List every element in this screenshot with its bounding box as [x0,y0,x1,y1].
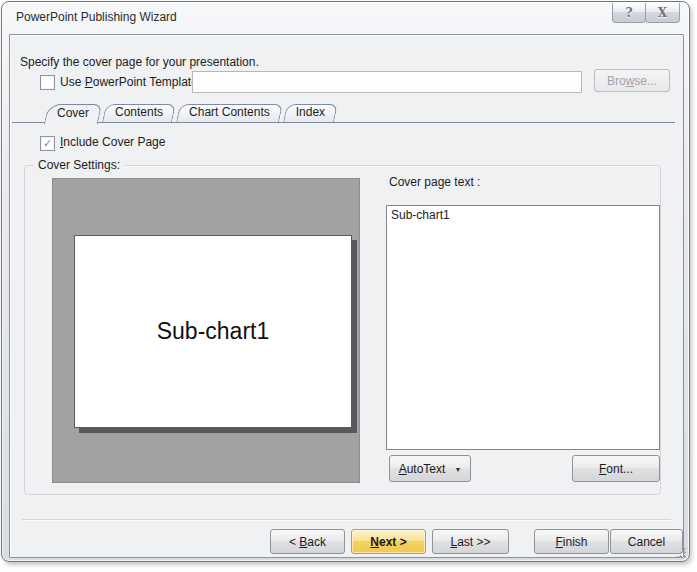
tab-cover[interactable]: Cover [46,104,100,124]
cover-page-text-input[interactable]: Sub-chart1 [386,205,660,450]
dialog-content: Specify the cover page for your presenta… [9,34,684,558]
help-button[interactable]: ? [612,3,646,23]
group-title-cover-settings: Cover Settings: [34,158,124,172]
slide-title-text: Sub-chart1 [157,318,270,345]
cancel-button[interactable]: Cancel [610,529,683,554]
footer-separator [22,519,671,520]
help-icon: ? [625,6,632,20]
font-button-label: Font... [599,462,633,476]
back-button[interactable]: < Back [270,529,345,554]
include-cover-label[interactable]: Include Cover Page [60,135,165,150]
tab-strip: Cover Contents Chart Contents Index [46,104,336,123]
use-template-checkbox[interactable] [40,75,55,90]
last-button[interactable]: Last >> [432,529,509,554]
tab-chart-contents[interactable]: Chart Contents [178,104,281,122]
next-button[interactable]: Next > [351,529,426,554]
close-icon: X [658,6,667,20]
window-title: PowerPoint Publishing Wizard [16,10,177,24]
font-button[interactable]: Font... [572,455,660,482]
autotext-button-label: AutoText [399,462,446,476]
include-cover-checkbox[interactable]: ✓ [40,136,55,151]
wizard-dialog-window: PowerPoint Publishing Wizard ? X Specify… [1,1,690,562]
title-bar[interactable]: PowerPoint Publishing Wizard ? X [2,2,689,33]
browse-button: Browse... [594,69,670,92]
tab-index[interactable]: Index [285,104,336,122]
template-path-input[interactable] [192,71,582,93]
tab-contents[interactable]: Contents [104,104,174,122]
cover-page-text-label: Cover page text : [389,175,480,189]
dropdown-arrow-icon: ▼ [454,466,461,473]
use-template-label[interactable]: Use PowerPoint Template [60,75,198,90]
instruction-text: Specify the cover page for your presenta… [20,55,259,69]
checkmark-icon: ✓ [43,138,52,149]
slide-preview-thumbnail: Sub-chart1 [74,235,352,428]
close-button[interactable]: X [645,3,680,23]
autotext-button[interactable]: AutoText ▼ [389,455,471,482]
browse-button-label: Browse... [607,74,657,88]
finish-button[interactable]: Finish [534,529,609,554]
